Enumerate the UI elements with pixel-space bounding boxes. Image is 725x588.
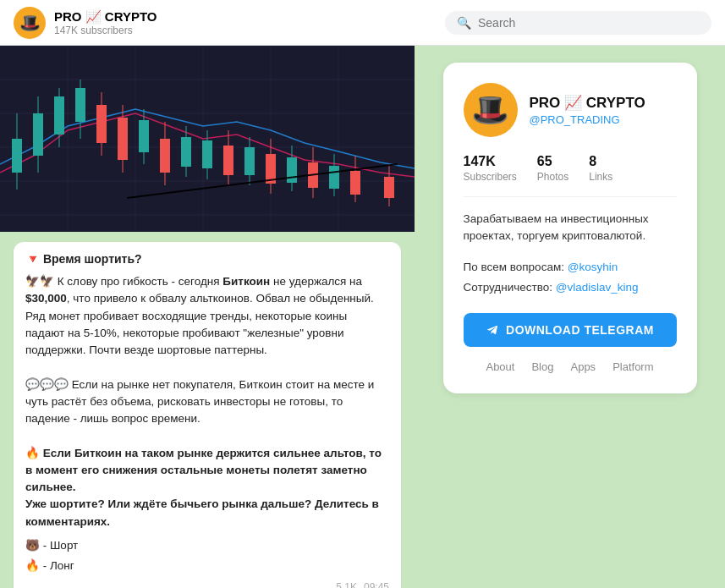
message-poll: 🐻 - Шорт 🔥 - Лонг (25, 537, 389, 575)
svg-rect-36 (139, 120, 149, 152)
profile-card: 🎩 PRO 📈 CRYPTO @PRO_TRADING 147K Subscri… (443, 63, 697, 393)
message-views: 5.1K (336, 580, 357, 588)
stat-subscribers-value: 147K (464, 154, 517, 169)
collab-label: Сотрудничество: (464, 281, 552, 294)
nav-apps[interactable]: Apps (570, 360, 596, 373)
contact-label: По всем вопросам: (464, 261, 564, 273)
nav-blog[interactable]: Blog (531, 360, 553, 373)
subscriber-count: 147K subscribers (54, 25, 157, 36)
svg-rect-26 (223, 146, 233, 175)
channel-name: PRO 📈 CRYPTO (54, 9, 157, 25)
poll-option-short: 🐻 - Шорт (25, 537, 389, 554)
message-item: 🔻 Время шортить? 🦅🦅 К слову про гибкость… (14, 242, 401, 588)
telegram-icon (486, 323, 499, 337)
header-info: PRO 📈 CRYPTO 147K subscribers (54, 9, 157, 36)
right-panel: 🎩 PRO 📈 CRYPTO @PRO_TRADING 147K Subscri… (415, 46, 725, 588)
stat-subscribers: 147K Subscribers (464, 154, 517, 183)
svg-rect-18 (75, 88, 85, 122)
contact-info: По всем вопросам: @kosyhin (464, 257, 677, 278)
stat-subscribers-label: Subscribers (464, 171, 517, 183)
profile-handle[interactable]: @PRO_TRADING (530, 113, 645, 126)
svg-rect-34 (384, 177, 394, 198)
poll-option-long: 🔥 - Лонг (25, 558, 389, 574)
profile-avatar: 🎩 (464, 83, 518, 137)
svg-rect-42 (244, 147, 255, 175)
search-bar[interactable]: 🔍 (445, 11, 711, 35)
svg-rect-24 (160, 139, 170, 173)
message-body-3: 🔥 Если Биткоин на таком рынке держится с… (25, 445, 389, 530)
search-icon: 🔍 (457, 16, 471, 30)
download-btn-label: DOWNLOAD TELEGRAM (506, 323, 654, 337)
message-footer: 5.1K 09:45 (25, 580, 389, 588)
stat-links-label: Links (589, 171, 612, 183)
download-telegram-button[interactable]: DOWNLOAD TELEGRAM (464, 313, 677, 347)
message-body-2: 💬💬💬 Если на рынке нет покупателя, Биткои… (25, 376, 389, 428)
card-navigation: About Blog Apps Platform (464, 360, 677, 373)
svg-rect-12 (12, 139, 22, 173)
svg-rect-20 (96, 105, 107, 143)
price-chart (0, 46, 415, 232)
svg-rect-22 (118, 118, 128, 160)
message-time: 09:45 (364, 580, 389, 588)
main-content: 🔻 Время шортить? 🦅🦅 К слову про гибкость… (0, 46, 725, 588)
stat-links-value: 8 (589, 154, 612, 169)
contact-handle[interactable]: @kosyhin (568, 261, 618, 273)
nav-about[interactable]: About (486, 360, 514, 373)
svg-rect-40 (202, 140, 212, 168)
stat-photos-label: Photos (537, 171, 568, 183)
svg-rect-14 (33, 113, 43, 156)
profile-description: Зарабатываем на инвестиционных проектах,… (464, 211, 677, 245)
chat-panel: 🔻 Время шортить? 🦅🦅 К слову про гибкость… (0, 46, 415, 588)
profile-name: PRO 📈 CRYPTO (530, 94, 645, 112)
stat-photos-value: 65 (537, 154, 568, 169)
profile-header: 🎩 PRO 📈 CRYPTO @PRO_TRADING (464, 83, 677, 137)
collab-handle[interactable]: @vladislav_king (556, 281, 639, 294)
chat-messages: 🔻 Время шортить? 🦅🦅 К слову про гибкость… (0, 232, 415, 588)
svg-rect-16 (54, 96, 64, 135)
search-input[interactable] (478, 16, 700, 30)
chart-area (0, 46, 415, 232)
stat-links: 8 Links (589, 154, 612, 183)
channel-avatar: 🎩 (14, 7, 46, 39)
svg-rect-38 (181, 137, 191, 167)
svg-rect-46 (329, 166, 339, 189)
nav-platform[interactable]: Platform (612, 360, 653, 373)
profile-links: По всем вопросам: @kosyhin Сотрудничеств… (464, 257, 677, 299)
profile-stats: 147K Subscribers 65 Photos 8 Links (464, 154, 677, 197)
profile-info: PRO 📈 CRYPTO @PRO_TRADING (530, 94, 645, 126)
collab-info: Сотрудничество: @vladislav_king (464, 278, 677, 298)
message-body-1: 🦅🦅 К слову про гибкость - сегодня Биткои… (25, 273, 389, 359)
header-left: 🎩 PRO 📈 CRYPTO 147K subscribers (14, 7, 428, 39)
header: 🎩 PRO 📈 CRYPTO 147K subscribers 🔍 (0, 0, 725, 46)
svg-rect-32 (350, 171, 360, 195)
message-title: 🔻 Время шортить? (25, 250, 389, 268)
stat-photos: 65 Photos (537, 154, 568, 183)
svg-rect-44 (287, 157, 297, 183)
